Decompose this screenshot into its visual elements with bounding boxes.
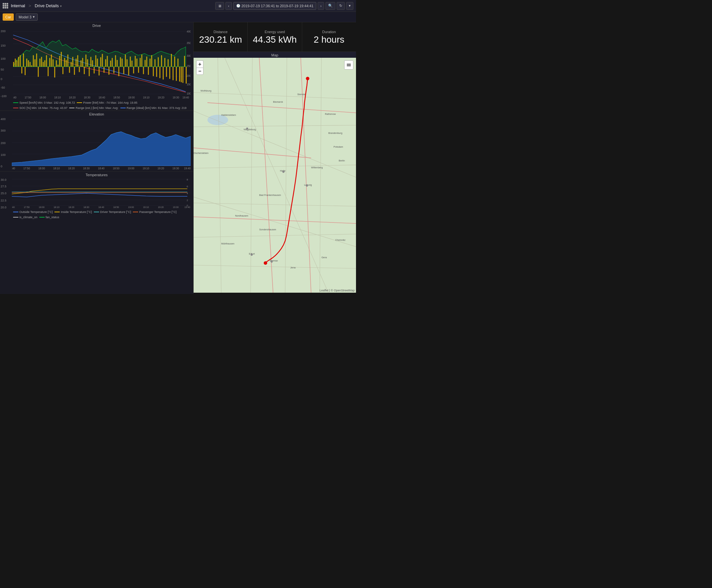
svg-rect-83	[122, 59, 123, 67]
svg-rect-86	[127, 59, 128, 67]
svg-rect-98	[146, 57, 147, 67]
app-grid-icon[interactable]	[3, 3, 8, 8]
svg-text:19:00: 19:00	[128, 96, 135, 99]
svg-rect-78	[113, 67, 114, 74]
nav-next-button[interactable]: ›	[318, 2, 324, 10]
svg-text:17:50: 17:50	[25, 96, 32, 99]
svg-rect-121	[184, 56, 185, 67]
right-panel: Distance 230.21 km Energy used 44.35 kWh…	[194, 22, 356, 294]
svg-text:17:50: 17:50	[23, 167, 30, 170]
svg-rect-115	[174, 57, 175, 67]
svg-rect-48	[64, 58, 65, 67]
svg-rect-69	[99, 67, 100, 76]
svg-rect-50	[67, 55, 68, 67]
svg-rect-22	[21, 67, 22, 74]
svg-text:17:50: 17:50	[24, 206, 30, 208]
svg-rect-32	[38, 67, 39, 77]
svg-point-225	[251, 254, 253, 256]
svg-text:19:00: 19:00	[128, 206, 134, 208]
model-dropdown[interactable]: Model 3 ▾	[16, 14, 38, 21]
svg-text:Wittenberg: Wittenberg	[311, 166, 323, 169]
svg-rect-72	[104, 67, 105, 73]
svg-rect-62	[87, 59, 88, 67]
svg-text:18:30: 18:30	[83, 167, 90, 170]
temp-y-27: 27.5	[1, 185, 6, 188]
zoom-button[interactable]: 🔍	[326, 2, 335, 10]
svg-rect-66	[93, 67, 95, 74]
map-attribution: Leaflet | © OpenStreetMap	[319, 289, 355, 292]
car-tab[interactable]: Car	[3, 14, 14, 21]
y-left-0: 0	[1, 78, 2, 81]
svg-rect-39	[49, 58, 50, 67]
elev-y-0: 0	[1, 165, 2, 168]
svg-rect-77	[112, 58, 113, 67]
svg-rect-107	[161, 55, 162, 67]
datetime-range[interactable]: 🕐 2019-07-19 17:36:41 to 2019-07-19 19:4…	[233, 2, 317, 10]
svg-text:18:10: 18:10	[54, 96, 61, 99]
svg-text:18:40: 18:40	[98, 167, 105, 170]
svg-rect-90	[133, 67, 134, 74]
svg-rect-96	[143, 67, 144, 74]
left-panel: Drive 200 150 100 50 0 -50 -100	[0, 22, 194, 294]
svg-rect-73	[105, 59, 106, 67]
zoom-in-button[interactable]: +	[196, 60, 204, 68]
svg-text:18:10: 18:10	[53, 167, 60, 170]
svg-text:Rathenow: Rathenow	[325, 112, 336, 115]
svg-rect-92	[137, 59, 138, 67]
refresh-button[interactable]: ↻	[337, 2, 345, 10]
svg-rect-74	[107, 56, 108, 67]
svg-rect-89	[131, 61, 132, 67]
svg-rect-27	[29, 62, 30, 67]
svg-text:Bad Frankenhausen: Bad Frankenhausen	[259, 194, 281, 196]
svg-text:18:20: 18:20	[69, 96, 76, 99]
topbar: Internal > Drive Details ▾ 🖥 ‹ 🕐 2019-07…	[0, 0, 356, 12]
svg-rect-21	[20, 55, 21, 67]
map-layers-button[interactable]	[344, 60, 353, 69]
svg-rect-112	[169, 67, 170, 79]
svg-text:Bismarck: Bismarck	[273, 100, 283, 103]
distance-label: Distance	[214, 30, 228, 34]
svg-rect-33	[39, 59, 40, 67]
elevation-chart-area: 400 300 200 100 0 17:40 17:50	[0, 117, 193, 171]
svg-rect-64	[90, 57, 91, 67]
subbar: Car Model 3 ▾	[0, 12, 356, 22]
settings-button[interactable]: ▾	[346, 2, 353, 10]
y-left-minus50: -50	[1, 86, 5, 89]
svg-point-222	[246, 128, 248, 130]
svg-rect-229	[347, 64, 351, 64]
svg-text:18:20: 18:20	[68, 167, 75, 170]
svg-text:Berlin: Berlin	[339, 159, 345, 162]
svg-text:Chemnitz: Chemnitz	[335, 238, 345, 241]
svg-rect-81	[119, 67, 120, 76]
svg-text:19:10: 19:10	[143, 96, 150, 99]
svg-text:350: 350	[187, 42, 191, 45]
svg-rect-20	[18, 57, 19, 67]
svg-text:18:20: 18:20	[68, 206, 75, 208]
temp-y-30: 30.0	[1, 178, 6, 182]
svg-text:19:40: 19:40	[183, 96, 189, 99]
svg-rect-41	[53, 59, 54, 67]
svg-rect-44	[58, 65, 58, 67]
zoom-out-button[interactable]: −	[196, 68, 204, 75]
svg-rect-31	[36, 54, 37, 67]
topbar-left: Internal > Drive Details ▾	[3, 3, 215, 8]
monitor-button[interactable]: 🖥	[215, 2, 224, 10]
svg-text:19:30: 19:30	[173, 96, 180, 99]
svg-rect-61	[85, 55, 86, 67]
svg-rect-18	[15, 59, 16, 67]
nav-prev-button[interactable]: ‹	[225, 2, 232, 10]
svg-rect-85	[125, 55, 126, 67]
stats-row: Distance 230.21 km Energy used 44.35 kWh…	[194, 22, 356, 52]
svg-rect-117	[177, 59, 179, 67]
svg-rect-38	[47, 67, 48, 76]
breadcrumb: Internal > Drive Details ▾	[11, 3, 62, 8]
svg-rect-113	[171, 54, 172, 67]
svg-rect-68	[97, 59, 98, 67]
svg-rect-93	[138, 67, 139, 73]
svg-text:400: 400	[187, 30, 191, 33]
temperature-chart-svg: 8 6 4 2 0 17:40 17:50 18:00	[12, 177, 191, 208]
svg-rect-26	[28, 60, 29, 67]
svg-rect-120	[183, 67, 183, 83]
map-container[interactable]: Wolfsburg Haldensleben Magdeburg Oschers…	[194, 58, 356, 293]
svg-rect-95	[141, 55, 142, 67]
